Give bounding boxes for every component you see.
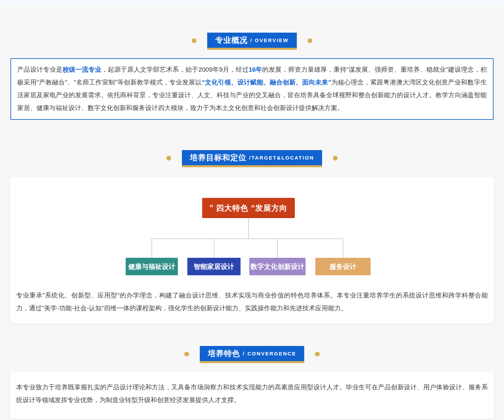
diagram-connector-line — [343, 239, 343, 258]
features-title-zh: 培养特色 — [208, 348, 240, 359]
overview-text-card: 产品设计专业是校级一流专业，起源于原人文学部艺术系，始于2009年9月，经过16… — [10, 58, 494, 120]
features-paragraph: 本专业致力于培养既掌握扎实的产品设计理论和方法，又具备市场洞察力和技术实现能力的… — [16, 381, 488, 407]
gold-underline — [207, 48, 297, 50]
section-header-features: 培养特色 / CONVERGENCE — [0, 346, 504, 363]
accent-dot-icon — [315, 352, 320, 356]
target-card: ” 四大特色 “发展方向 健康与福祉设计 智能家居设计 数字文化创新设计 服务设… — [10, 177, 494, 323]
accent-dot-icon — [192, 38, 196, 43]
diagram-connector-line — [248, 218, 249, 239]
features-card: 本专业致力于培养既掌握扎实的产品设计理论和方法，又具备市场洞察力和技术实现能力的… — [10, 372, 494, 419]
target-title-badge: 培养目标和定位 /TARGET&LOCATION — [182, 150, 322, 167]
diagram-node-digital-culture-innovation-design: 数字文化创新设计 — [249, 258, 306, 275]
gold-underline — [200, 361, 304, 363]
accent-dot-icon — [308, 38, 312, 43]
section-header-target: 培养目标和定位 /TARGET&LOCATION — [0, 150, 504, 167]
target-title-en: /TARGET&LOCATION — [249, 155, 314, 161]
gold-underline — [182, 165, 322, 167]
accent-dot-icon — [184, 352, 189, 356]
accent-dot-icon — [166, 156, 171, 161]
features-title-en: / CONVERGENCE — [243, 351, 296, 356]
diagram-node-smart-home-design: 智能家居设计 — [187, 258, 241, 275]
overview-title-badge: 专业概况 / OVERVIEW — [207, 33, 297, 50]
overview-title-en: / OVERVIEW — [250, 37, 289, 43]
overview-title: 专业概况 / OVERVIEW — [207, 33, 297, 48]
diagram-node-health-welfare-design: 健康与福祉设计 — [126, 258, 178, 275]
diagram-connector-line — [152, 239, 343, 239]
overview-title-zh: 专业概况 — [215, 35, 248, 45]
diagram-connector-line — [277, 239, 278, 258]
features-title-badge: 培养特色 / CONVERGENCE — [200, 346, 304, 363]
target-title: 培养目标和定位 /TARGET&LOCATION — [182, 150, 322, 165]
accent-dot-icon — [333, 156, 338, 161]
diagram-root-node: ” 四大特色 “发展方向 — [202, 198, 295, 218]
diagram-connector-line — [214, 239, 214, 258]
diagram-node-service-design: 服务设计 — [315, 258, 371, 275]
target-paragraph: 专业秉承"系统化、创新型、应用型"的办学理念，构建了融合设计思维、技术实现与商业… — [16, 289, 488, 315]
target-title-zh: 培养目标和定位 — [190, 152, 247, 163]
diagram-connector-line — [152, 239, 152, 258]
features-title: 培养特色 / CONVERGENCE — [200, 346, 304, 361]
section-header-overview: 专业概况 / OVERVIEW — [0, 33, 504, 50]
overview-paragraph: 产品设计专业是校级一流专业，起源于原人文学部艺术系，始于2009年9月，经过16… — [17, 63, 487, 114]
top-strip — [0, 0, 504, 6]
